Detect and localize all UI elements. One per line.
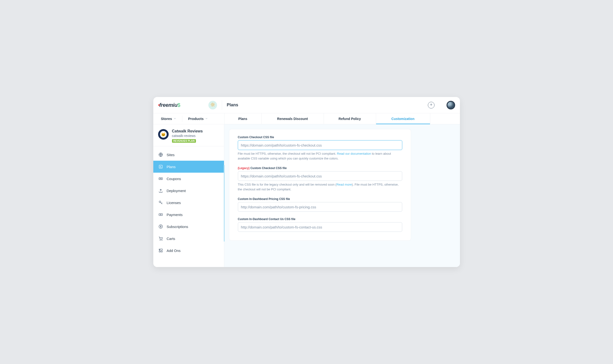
tab-customization[interactable]: Customization (376, 113, 430, 124)
svg-point-18 (161, 179, 161, 179)
product-icon: 🐱 (158, 129, 169, 140)
plus-icon (430, 103, 433, 107)
sidebar-item-label: Deployment (167, 189, 186, 193)
sidebar-item-label: Carts (167, 237, 175, 241)
page-title-wrap: Plans (222, 100, 238, 110)
tab-renewals-discount[interactable]: Renewals Discount (261, 113, 324, 124)
money-icon (158, 212, 163, 217)
legacy-tag: (Legacy) (238, 167, 250, 170)
svg-line-22 (161, 203, 162, 204)
svg-line-7 (211, 106, 211, 106)
theme-toggle-button[interactable] (209, 101, 217, 109)
contact-css-input[interactable] (238, 222, 402, 232)
subbar: Stores Products Plans Renewals Discount … (153, 113, 460, 124)
svg-point-17 (160, 178, 160, 178)
sidebar-item-deployment[interactable]: Deployment (153, 185, 224, 197)
topbar: •freemiu$ Plans (153, 97, 460, 113)
sidebar-item-plans[interactable]: Plans (153, 161, 224, 173)
nav-col: Stores Products (153, 113, 224, 124)
field-label: Custom In-Dashboard Contact Us CSS file (238, 217, 402, 221)
pricing-css-input[interactable] (238, 202, 402, 212)
svg-line-5 (211, 103, 211, 104)
sidebar-item-label: Sites (167, 153, 175, 157)
legacy-checkout-css-input[interactable] (238, 171, 402, 181)
checkout-css-input[interactable] (238, 140, 402, 150)
avatar[interactable] (446, 101, 455, 109)
field-legacy-checkout-css: (Legacy) Custom Checkout CSS file This C… (238, 167, 402, 192)
chevron-down-icon (173, 117, 176, 121)
sidebar-item-label: Coupons (167, 177, 181, 181)
side-nav: Sites Plans Coupons (153, 146, 224, 257)
sidebar-item-subscriptions[interactable]: Subscriptions (153, 221, 224, 233)
field-contact-css: Custom In-Dashboard Contact Us CSS file (238, 217, 402, 232)
coupon-icon (158, 176, 163, 181)
page-title: Plans (227, 103, 238, 107)
stores-dropdown[interactable]: Stores (161, 117, 177, 121)
product-header: 🐱 Catwalk Reviews catwalk-reviews REVENU… (153, 124, 224, 146)
svg-point-24 (160, 214, 161, 215)
key-icon (158, 200, 163, 205)
help-text: File must be HTTPS, otherwise, the check… (238, 151, 402, 161)
sun-icon (210, 102, 215, 108)
svg-point-0 (212, 104, 213, 105)
product-slug: catwalk-reviews (172, 134, 203, 138)
products-dropdown[interactable]: Products (188, 117, 208, 121)
sidebar-item-label: Licenses (167, 201, 181, 205)
sidebar-item-licenses[interactable]: Licenses (153, 197, 224, 208)
products-label: Products (188, 117, 204, 121)
docs-link[interactable]: Read our documentation (337, 152, 371, 156)
sidebar-item-sites[interactable]: Sites (153, 149, 224, 161)
sidebar-scrollbar[interactable] (224, 165, 225, 242)
tab-plans[interactable]: Plans (224, 113, 261, 124)
tab-refund-policy[interactable]: Refund Policy (324, 113, 376, 124)
svg-point-30 (160, 240, 160, 240)
field-label: Custom Checkout CSS file (238, 136, 402, 139)
sidebar-item-coupons[interactable]: Coupons (153, 173, 224, 185)
add-button[interactable] (428, 102, 434, 108)
field-checkout-css: Custom Checkout CSS file File must be HT… (238, 136, 402, 161)
sidebar-item-addons[interactable]: Add Ons (153, 245, 224, 257)
svg-rect-13 (159, 165, 162, 168)
main-content: Custom Checkout CSS file File must be HT… (224, 124, 460, 267)
read-more-link[interactable]: Read more (336, 183, 352, 186)
cat-icon: 🐱 (160, 131, 167, 138)
field-label: Custom In-Dashboard Pricing CSS file (238, 197, 402, 201)
app-window: •freemiu$ Plans (153, 97, 460, 267)
sidebar-item-carts[interactable]: Carts (153, 233, 224, 245)
field-pricing-css: Custom In-Dashboard Pricing CSS file (238, 197, 402, 212)
sidebar-item-payments[interactable]: Payments (153, 208, 224, 221)
svg-line-6 (214, 106, 214, 106)
sidebar-item-label: Payments (167, 213, 183, 217)
user-menu-toggle[interactable] (438, 103, 443, 108)
customization-card: Custom Checkout CSS file File must be HT… (229, 129, 411, 241)
svg-point-31 (161, 240, 162, 240)
chevron-down-icon (205, 117, 208, 121)
globe-icon (158, 152, 163, 157)
product-name: Catwalk Reviews (172, 129, 203, 133)
tabs: Plans Renewals Discount Refund Policy Cu… (224, 113, 460, 124)
sidebar-item-label: Plans (167, 165, 176, 169)
svg-line-8 (214, 103, 214, 104)
checklist-icon (158, 164, 163, 169)
cart-icon (158, 236, 163, 241)
body: 🐱 Catwalk Reviews catwalk-reviews REVENU… (153, 124, 460, 267)
sidebar: 🐱 Catwalk Reviews catwalk-reviews REVENU… (153, 124, 224, 267)
puzzle-icon (158, 248, 163, 253)
upload-icon (158, 188, 163, 193)
stores-label: Stores (161, 117, 172, 121)
product-plan-badge: REVENUES PLAN (172, 139, 196, 143)
sidebar-item-label: Add Ons (167, 248, 181, 253)
field-label: (Legacy) Custom Checkout CSS file (238, 167, 402, 170)
sidebar-item-label: Subscriptions (167, 225, 188, 229)
logo: •freemiu$ (158, 102, 209, 108)
help-text: This CSS file is for the legacy checkout… (238, 182, 402, 192)
refresh-dollar-icon (158, 224, 163, 229)
